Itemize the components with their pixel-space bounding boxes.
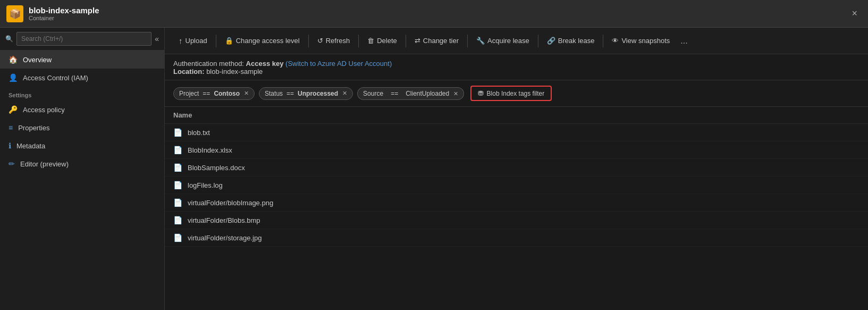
overview-icon: 🏠 — [9, 55, 18, 64]
sidebar-item-properties[interactable]: ≡ Properties — [0, 119, 164, 137]
file-row[interactable]: 📄 BlobIndex.xlsx — [165, 141, 868, 159]
status-filter-tag: Status == Unprocessed ✕ — [259, 87, 353, 100]
file-icon: 📄 — [173, 146, 182, 154]
file-name: BlobIndex.xlsx — [188, 146, 232, 154]
refresh-button[interactable]: ↺ Refresh — [312, 33, 356, 48]
metadata-icon: ℹ — [9, 141, 11, 150]
editor-icon: ✏ — [9, 160, 15, 168]
file-icon: 📄 — [173, 128, 182, 137]
project-filter-tag: Project == Contoso ✕ — [173, 87, 255, 100]
content-area: ↑ Upload 🔒 Change access level ↺ Refresh… — [165, 28, 868, 310]
auth-info: Authentication method: Access key (Switc… — [165, 54, 868, 80]
delete-icon: 🗑 — [367, 37, 374, 45]
iam-icon: 👤 — [9, 73, 18, 82]
upload-icon: ↑ — [179, 36, 183, 45]
settings-section-label: Settings — [0, 87, 164, 100]
file-name: virtualFolder/blobImage.png — [188, 199, 273, 207]
project-key: Project — [179, 90, 199, 97]
toolbar: ↑ Upload 🔒 Change access level ↺ Refresh… — [165, 28, 868, 54]
location-label: Location: — [173, 68, 205, 76]
refresh-icon: ↺ — [317, 37, 323, 45]
break-icon: 🔗 — [547, 37, 555, 45]
source-filter-close[interactable]: ✕ — [453, 90, 458, 97]
switch-auth-link[interactable]: (Switch to Azure AD User Account) — [285, 60, 392, 68]
sidebar-item-iam[interactable]: 👤 Access Control (IAM) — [0, 69, 164, 87]
change-access-button[interactable]: 🔒 Change access level — [220, 33, 305, 48]
sidebar-item-label: Metadata — [16, 142, 45, 150]
properties-icon: ≡ — [9, 123, 13, 132]
sidebar: 🔍 « 🏠 Overview 👤 Access Control (IAM) Se… — [0, 28, 165, 310]
divider-2 — [308, 35, 309, 47]
sidebar-item-label: Access Control (IAM) — [23, 74, 88, 82]
filter-bar: Project == Contoso ✕ Status == Unprocess… — [165, 80, 868, 107]
sidebar-nav: 🏠 Overview 👤 Access Control (IAM) Settin… — [0, 51, 164, 310]
blob-index-tags-filter-button[interactable]: ⛃ Blob Index tags filter — [470, 86, 552, 101]
change-tier-button[interactable]: ⇄ Change tier — [409, 33, 464, 48]
project-val: Contoso — [214, 90, 240, 97]
source-eq: == — [389, 87, 400, 100]
search-input[interactable] — [16, 32, 151, 46]
auth-method-value: Access key — [246, 60, 284, 68]
status-val: Unprocessed — [298, 90, 338, 97]
sidebar-item-metadata[interactable]: ℹ Metadata — [0, 137, 164, 155]
close-button[interactable]: × — [847, 6, 862, 21]
lock-icon: 🔒 — [225, 37, 233, 45]
divider-7 — [603, 35, 603, 47]
file-row[interactable]: 📄 virtualFolder/storage.jpg — [165, 229, 868, 247]
project-eq: == — [203, 90, 210, 97]
divider-6 — [538, 35, 538, 47]
source-filter-tag: Source == ClientUploaded ✕ — [357, 87, 464, 100]
main-layout: 🔍 « 🏠 Overview 👤 Access Control (IAM) Se… — [0, 28, 868, 310]
upload-button[interactable]: ↑ Upload — [173, 33, 213, 48]
app-icon: 📦 — [6, 5, 23, 22]
sidebar-item-label: Access policy — [23, 106, 65, 114]
acquire-lease-button[interactable]: 🔧 Acquire lease — [471, 33, 535, 48]
project-filter-close[interactable]: ✕ — [244, 90, 249, 97]
file-icon: 📄 — [173, 233, 182, 242]
sidebar-item-label: Overview — [23, 56, 52, 64]
divider-4 — [406, 35, 406, 47]
file-name: blob.txt — [188, 129, 210, 137]
file-icon: 📄 — [173, 198, 182, 207]
sidebar-item-access-policy[interactable]: 🔑 Access policy — [0, 100, 164, 119]
access-policy-icon: 🔑 — [9, 105, 18, 114]
view-snapshots-button[interactable]: 👁 View snapshots — [606, 33, 675, 48]
file-row[interactable]: 📄 BlobSamples.docx — [165, 159, 868, 177]
file-row[interactable]: 📄 virtualFolder/blobImage.png — [165, 194, 868, 212]
location-value: blob-index-sample — [206, 68, 263, 76]
auth-method-label: Authentication method: — [173, 60, 244, 68]
file-name: virtualFolder/storage.jpg — [188, 234, 262, 242]
snapshots-icon: 👁 — [612, 37, 619, 45]
search-icon: 🔍 — [5, 35, 13, 43]
sidebar-item-label: Editor (preview) — [20, 160, 69, 168]
file-row[interactable]: 📄 virtualFolder/Blobs.bmp — [165, 212, 868, 229]
file-row[interactable]: 📄 logFiles.log — [165, 177, 868, 194]
break-lease-button[interactable]: 🔗 Break lease — [542, 33, 600, 48]
source-val: ClientUploaded ✕ — [400, 87, 464, 100]
file-list: Name 📄 blob.txt 📄 BlobIndex.xlsx 📄 BlobS… — [165, 107, 868, 310]
collapse-button[interactable]: « — [155, 35, 159, 43]
file-name: logFiles.log — [188, 181, 223, 189]
tier-icon: ⇄ — [415, 37, 420, 45]
title-bar: 📦 blob-index-sample Container × — [0, 0, 868, 28]
file-name: BlobSamples.docx — [188, 164, 245, 172]
title-text: blob-index-sample Container — [29, 6, 847, 21]
status-eq: == — [286, 90, 294, 97]
sidebar-item-overview[interactable]: 🏠 Overview — [0, 51, 164, 69]
divider-1 — [216, 35, 216, 47]
file-row[interactable]: 📄 blob.txt — [165, 124, 868, 141]
more-button[interactable]: ... — [676, 33, 692, 49]
divider-3 — [358, 35, 359, 47]
status-filter-close[interactable]: ✕ — [342, 90, 347, 97]
delete-button[interactable]: 🗑 Delete — [362, 33, 402, 48]
sidebar-item-editor[interactable]: ✏ Editor (preview) — [0, 155, 164, 173]
divider-5 — [467, 35, 468, 47]
filter-funnel-icon: ⛃ — [478, 89, 484, 97]
blob-index-filter-label: Blob Index tags filter — [487, 90, 545, 97]
file-name: virtualFolder/Blobs.bmp — [188, 216, 260, 224]
file-list-header: Name — [165, 107, 868, 124]
sidebar-item-label: Properties — [18, 124, 49, 132]
file-icon: 📄 — [173, 181, 182, 189]
app-title: blob-index-sample — [29, 6, 847, 15]
sidebar-search-bar: 🔍 « — [0, 28, 164, 51]
